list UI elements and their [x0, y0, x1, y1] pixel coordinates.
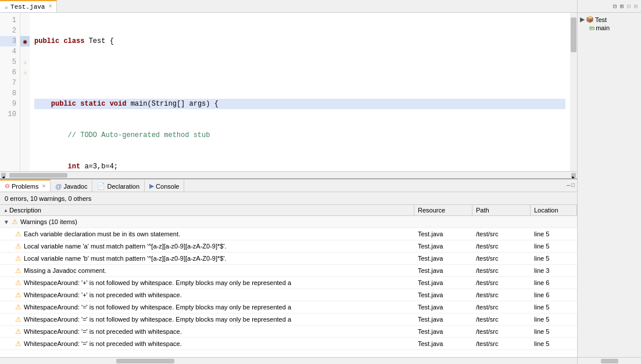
tab-javadoc[interactable]: @ Javadoc	[51, 179, 92, 192]
th-resource[interactable]: Resource	[414, 205, 472, 215]
tab-test-java[interactable]: ☕ Test.java ×	[0, 0, 57, 12]
warn-icon-5: ⚠	[15, 291, 22, 299]
code-line-3: public static void main(String[] args) {	[34, 99, 565, 109]
outline-tree-item-1[interactable]: ▶ 📦 Test	[580, 15, 639, 24]
row-desc-6: ⚠ WhitespaceAround: '=' is not followed …	[0, 302, 414, 312]
tab-declaration-label: Declaration	[107, 183, 139, 190]
row-loc-8: line 5	[531, 327, 577, 336]
warnings-group-location	[531, 221, 577, 222]
code-line-1: public class Test {	[34, 36, 565, 46]
table-body: ▼ ⚠ Warnings (10 items) ⚠ Each	[0, 216, 577, 350]
line-num-6: 6	[0, 67, 16, 78]
row-res-1: Test.java	[414, 242, 472, 250]
java-file-icon: ☕	[5, 3, 8, 10]
row-res-9: Test.java	[414, 340, 472, 348]
tab-label: Test.java	[10, 3, 45, 10]
warn-icon-6: ⚠	[15, 303, 22, 311]
right-hscroll-thumb	[601, 359, 618, 363]
th-location[interactable]: Location	[531, 205, 577, 215]
row-path-8: /test/src	[472, 327, 531, 336]
tab-declaration[interactable]: 📄 Declaration	[92, 179, 145, 192]
warnings-group-row[interactable]: ▼ ⚠ Warnings (10 items)	[0, 216, 577, 228]
row-desc-8: ⚠ WhitespaceAround: '=' is not preceded …	[0, 327, 414, 336]
tab-problems-close[interactable]: ×	[42, 183, 45, 189]
minimize-panel-button[interactable]: —	[567, 182, 570, 189]
row-loc-6: line 5	[531, 303, 577, 311]
problems-status: 0 errors, 10 warnings, 0 others	[0, 192, 577, 205]
javadoc-icon: @	[55, 183, 62, 190]
marker-9	[20, 99, 30, 109]
marker-2	[20, 26, 30, 36]
table-row[interactable]: ⚠ WhitespaceAround: '=' is not followed …	[0, 313, 577, 326]
row-path-2: /test/src	[472, 254, 531, 262]
tab-console[interactable]: ▶ Console	[145, 179, 184, 192]
line-markers: ◉ ⚠ ⚠	[20, 13, 30, 171]
marker-4	[20, 46, 30, 57]
row-res-4: Test.java	[414, 279, 472, 287]
row-path-3: /test/src	[472, 266, 531, 275]
line-num-5: 5	[0, 57, 16, 67]
warn-icon-1: ⚠	[15, 242, 22, 250]
line-num-3: 3	[0, 36, 16, 46]
table-row[interactable]: ⚠ Local variable name 'b' must match pat…	[0, 253, 577, 265]
outline-tree-item-2[interactable]: m main	[580, 24, 639, 32]
th-description[interactable]: ▲ Description	[0, 205, 414, 215]
tab-problems[interactable]: ⊖ Problems ×	[0, 179, 51, 192]
row-res-3: Test.java	[414, 266, 472, 275]
code-line-5: int a=3,b=4;	[34, 161, 565, 171]
line-num-10: 10	[0, 109, 16, 120]
warnings-group-resource	[414, 221, 472, 222]
warn-icon-9: ⚠	[15, 340, 22, 348]
outline-toolbar-btn-4[interactable]: ⊞	[633, 2, 639, 10]
row-desc-4: ⚠ WhitespaceAround: '+' is not followed …	[0, 278, 414, 287]
bottom-tab-bar: ⊖ Problems × @ Javadoc 📄 Declaration ▶ C…	[0, 179, 577, 192]
package-icon: 📦	[586, 16, 594, 23]
row-res-7: Test.java	[414, 315, 472, 323]
warning-marker-6: ⚠	[23, 69, 27, 76]
editor-vscroll-thumb	[571, 17, 576, 52]
hscroll-right-arrow[interactable]: ▸	[571, 173, 576, 178]
outline-toolbar-btn-2[interactable]: ⊞	[619, 2, 625, 10]
warn-icon-4: ⚠	[15, 279, 22, 287]
row-res-5: Test.java	[414, 291, 472, 299]
row-loc-9: line 5	[531, 340, 577, 348]
group-label: Warnings (10 items)	[20, 218, 77, 225]
right-panel: ⊟ ⊞ ⊟ ⊞ ▶ 📦 Test m main	[577, 0, 641, 364]
marker-10	[20, 109, 30, 120]
row-desc-0: ⚠ Each variable declaration must be in i…	[0, 229, 414, 239]
tab-problems-label: Problems	[12, 183, 38, 190]
code-content[interactable]: public class Test { public static void m…	[30, 13, 570, 171]
warn-icon-0: ⚠	[15, 230, 22, 238]
table-header: ▲ Description Resource Path Location	[0, 205, 577, 216]
table-row[interactable]: ⚠ WhitespaceAround: '+' is not preceded …	[0, 289, 577, 301]
row-res-8: Test.java	[414, 327, 472, 336]
editor-vscroll[interactable]	[570, 13, 577, 171]
problems-hscroll[interactable]	[0, 357, 577, 364]
right-hscroll[interactable]	[578, 357, 641, 364]
warning-marker-5: ⚠	[23, 59, 27, 66]
line-num-1: 1	[0, 15, 16, 26]
problems-table[interactable]: ▲ Description Resource Path Location	[0, 205, 577, 357]
hscroll-left-arrow[interactable]: ◂	[1, 173, 6, 178]
tab-close-button[interactable]: ×	[48, 3, 52, 10]
table-row[interactable]: ⚠ Missing a Javadoc comment. Test.java /…	[0, 265, 577, 277]
row-loc-1: line 5	[531, 242, 577, 250]
outline-toolbar-btn-1[interactable]: ⊟	[612, 2, 618, 10]
marker-6: ⚠	[20, 67, 30, 78]
warnings-group-path	[472, 221, 531, 222]
maximize-panel-button[interactable]: □	[571, 182, 575, 189]
table-row[interactable]: ⚠ WhitespaceAround: '=' is not followed …	[0, 301, 577, 313]
editor-hscroll[interactable]: ◂ ▸	[0, 171, 577, 178]
table-row[interactable]: ⚠ Local variable name 'a' must match pat…	[0, 240, 577, 253]
outline-toolbar-btn-3[interactable]: ⊟	[626, 2, 632, 10]
tab-console-label: Console	[156, 183, 179, 190]
editor-tab-bar: ☕ Test.java ×	[0, 0, 577, 13]
bottom-panel: ⊖ Problems × @ Javadoc 📄 Declaration ▶ C…	[0, 178, 577, 364]
marker-8	[20, 88, 30, 99]
table-row[interactable]: ⚠ WhitespaceAround: '+' is not followed …	[0, 277, 577, 289]
table-row[interactable]: ⚠ Each variable declaration must be in i…	[0, 228, 577, 240]
table-row[interactable]: ⚠ WhitespaceAround: '=' is not preceded …	[0, 338, 577, 350]
table-row[interactable]: ⚠ WhitespaceAround: '=' is not preceded …	[0, 326, 577, 338]
row-path-5: /test/src	[472, 291, 531, 299]
th-path[interactable]: Path	[472, 205, 531, 215]
